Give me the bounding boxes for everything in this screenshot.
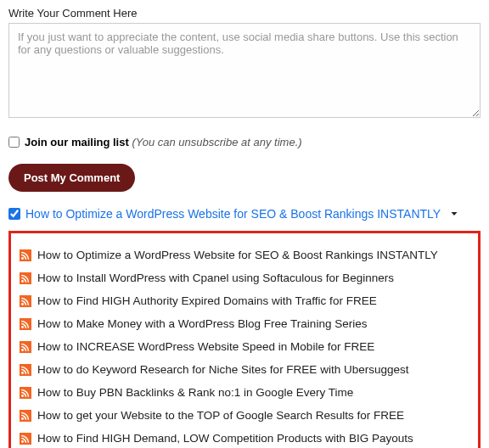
list-item[interactable]: How to Find HIGH Authority Expired Domai… [20, 289, 469, 312]
svg-rect-14 [20, 410, 31, 422]
svg-rect-6 [20, 318, 31, 330]
mailing-label: Join our mailing list (You can unsubscri… [25, 136, 302, 148]
list-item[interactable]: How to Find HIGH Demand, LOW Competition… [20, 427, 469, 448]
current-post-row: How to Optimize a WordPress Website for … [8, 207, 481, 221]
comment-label: Write Your Comment Here [8, 7, 481, 20]
svg-point-17 [21, 440, 24, 443]
feed-item-title: How to Make Money with a WordPress Blog … [37, 317, 367, 330]
list-item[interactable]: How to Make Money with a WordPress Blog … [20, 312, 469, 335]
mailing-bold: Join our mailing list [25, 136, 129, 148]
rss-icon [20, 410, 31, 422]
svg-point-13 [21, 395, 24, 397]
rss-icon [20, 387, 31, 399]
feed-item-title: How to Find HIGH Demand, LOW Competition… [37, 432, 413, 445]
chevron-down-icon[interactable] [449, 209, 459, 219]
post-comment-button[interactable]: Post My Comment [8, 164, 135, 192]
current-post-link[interactable]: How to Optimize a WordPress Website for … [25, 207, 441, 221]
svg-rect-4 [20, 295, 31, 307]
feed-box: How to Optimize a WordPress Website for … [8, 231, 481, 448]
svg-point-7 [21, 326, 24, 328]
rss-icon [20, 341, 31, 353]
feed-item-title: How to Install WordPress with Cpanel usi… [37, 272, 394, 284]
svg-point-9 [21, 349, 24, 351]
svg-rect-8 [20, 341, 31, 353]
list-item[interactable]: How to Buy PBN Backlinks & Rank no:1 in … [20, 381, 469, 404]
svg-point-15 [21, 417, 24, 420]
svg-rect-0 [20, 249, 31, 261]
mailing-note: (You can unsubscribe at any time.) [132, 136, 301, 148]
rss-icon [20, 272, 31, 284]
rss-icon [20, 433, 31, 445]
current-post-checkbox[interactable] [8, 208, 20, 220]
feed-item-title: How to get your Website to the TOP of Go… [37, 409, 404, 422]
list-item[interactable]: How to Optimize a WordPress Website for … [20, 244, 469, 266]
feed-item-title: How to Buy PBN Backlinks & Rank no:1 in … [37, 386, 353, 399]
feed-item-title: How to do Keyword Research for Niche Sit… [37, 363, 408, 376]
svg-point-5 [21, 303, 24, 305]
rss-icon [20, 295, 31, 307]
rss-icon [20, 249, 31, 261]
mailing-row: Join our mailing list (You can unsubscri… [8, 136, 481, 148]
svg-point-3 [21, 280, 24, 283]
mailing-checkbox[interactable] [8, 137, 20, 148]
feed-item-title: How to INCREASE WordPress Website Speed … [37, 340, 374, 353]
svg-point-11 [21, 372, 24, 374]
rss-icon [20, 364, 31, 376]
svg-point-1 [21, 257, 24, 260]
svg-rect-2 [20, 272, 31, 284]
svg-rect-12 [20, 387, 31, 399]
svg-rect-16 [20, 433, 31, 445]
list-item[interactable]: How to INCREASE WordPress Website Speed … [20, 335, 469, 358]
comment-textarea[interactable] [8, 23, 481, 118]
feed-item-title: How to Optimize a WordPress Website for … [37, 249, 438, 261]
list-item[interactable]: How to Install WordPress with Cpanel usi… [20, 266, 469, 289]
feed-item-title: How to Find HIGH Authority Expired Domai… [37, 294, 377, 307]
list-item[interactable]: How to get your Website to the TOP of Go… [20, 404, 469, 427]
svg-rect-10 [20, 364, 31, 376]
list-item[interactable]: How to do Keyword Research for Niche Sit… [20, 358, 469, 381]
rss-icon [20, 318, 31, 330]
